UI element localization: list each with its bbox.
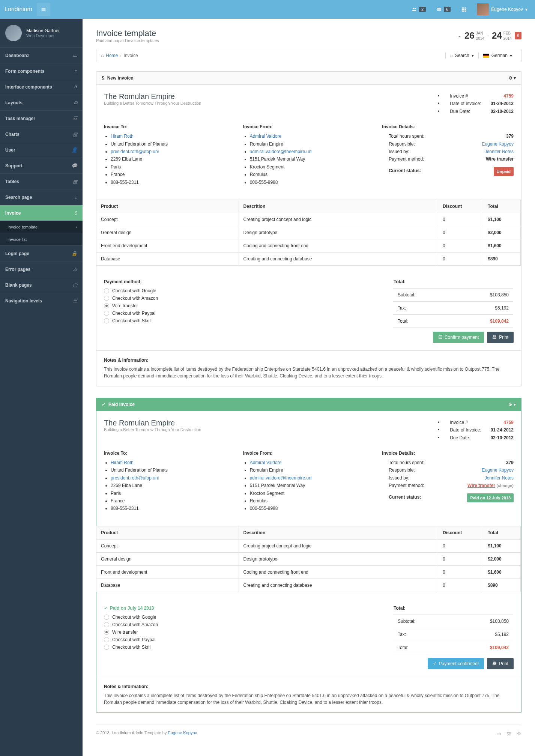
bc-home[interactable]: Home xyxy=(106,53,118,58)
check-icon: ☑ xyxy=(438,335,442,340)
payment-option[interactable]: Checkout with Skrill xyxy=(104,318,158,323)
gear-icon[interactable]: ⚙ ▾ xyxy=(508,75,516,81)
grid-icon xyxy=(461,7,466,12)
screen-icon[interactable]: ▭ xyxy=(496,730,501,736)
nav-support[interactable]: Support💬 xyxy=(0,158,83,173)
home-icon: ⌂ xyxy=(101,53,104,58)
subnav-list[interactable]: Invoice list xyxy=(0,233,83,245)
confirmed-button[interactable]: ✓Payment confirmed! xyxy=(428,658,484,669)
to-email[interactable]: president.roth@ufop.uni xyxy=(111,149,159,154)
table-icon: ▦ xyxy=(73,179,77,184)
search-icon: ⌕ xyxy=(450,53,453,58)
nav-blank[interactable]: Blank pages▢ xyxy=(0,277,83,293)
svg-rect-7 xyxy=(465,9,466,10)
to-name[interactable]: Hiram Roth xyxy=(111,134,134,139)
payment-option[interactable]: Checkout with Paypal xyxy=(104,637,158,642)
table-row: DatabaseCreating and connecting database… xyxy=(96,579,521,592)
svg-rect-3 xyxy=(463,8,464,9)
balance-icon[interactable]: ⚖ xyxy=(506,730,511,736)
nav-forms[interactable]: Form components≡ xyxy=(0,63,83,79)
payment-option[interactable]: Checkout with Google xyxy=(104,288,158,293)
invoice-meta: Invoice #4759 Date of Invoice:01-24-2012… xyxy=(431,92,514,115)
svg-rect-9 xyxy=(463,11,464,12)
payment-option[interactable]: Checkout with Paypal xyxy=(104,311,158,316)
sidebar-toggle[interactable] xyxy=(37,3,50,16)
topbar-apps[interactable] xyxy=(458,4,469,15)
svg-point-0 xyxy=(413,8,414,9)
avatar xyxy=(5,25,22,41)
nav-user[interactable]: User👤 xyxy=(0,142,83,158)
table-row: Front end developmentCoding and connecti… xyxy=(96,239,521,252)
nav-login[interactable]: Login page🔒 xyxy=(0,245,83,261)
tasks-icon: ☲ xyxy=(73,116,77,121)
topbar-user[interactable]: Eugene Kopyov▾ xyxy=(474,0,530,18)
bc-lang[interactable]: German▾ xyxy=(478,52,517,59)
content: Invoice templatePaid and unpaid invoice … xyxy=(83,19,535,756)
print-button[interactable]: 🖶Print xyxy=(487,332,514,343)
chat-icon: 💬 xyxy=(71,163,77,168)
table-row: ConceptCreating project concept and logi… xyxy=(96,213,521,226)
avatar xyxy=(477,3,489,15)
nav-levels[interactable]: Navigation levels☰ xyxy=(0,293,83,308)
topbar-users[interactable]: 2 xyxy=(409,4,429,15)
gear-icon[interactable]: ⚙ xyxy=(517,730,521,736)
nav-tables[interactable]: Tables▦ xyxy=(0,173,83,189)
list-icon xyxy=(436,7,442,12)
file-icon: ▢ xyxy=(73,282,77,288)
payment-option[interactable]: Checkout with Skrill xyxy=(104,645,158,650)
nav-invoice[interactable]: Invoice$ xyxy=(0,205,83,221)
payment-option[interactable]: Checkout with Google xyxy=(104,615,158,620)
users-icon xyxy=(412,7,417,12)
breadcrumb-bar: ⌂ Home/ Invoice ⌕Search▾ German▾ xyxy=(96,49,521,62)
confirm-button[interactable]: ☑Confirm payment xyxy=(433,332,484,343)
chevron-down-icon: ▾ xyxy=(525,7,527,12)
table-row: Front end developmentCoding and connecti… xyxy=(96,565,521,579)
subnav-template[interactable]: Invoice template› xyxy=(0,221,83,233)
panel-paid: ✓Paid invoice ⚙ ▾ The Romulan EmpireBuil… xyxy=(96,398,521,713)
print-button[interactable]: 🖶Print xyxy=(487,658,514,669)
sidebar: Madison GartnerWeb Developer Dashboard▭ … xyxy=(0,19,83,756)
panel-unpaid: $New invoice ⚙ ▾ The Romulan EmpireBuild… xyxy=(96,71,521,386)
footer: © 2013. Londinium Admin Template by Euge… xyxy=(96,724,521,736)
payment-option[interactable]: Wire transfer xyxy=(104,630,158,635)
bc-current: Invoice xyxy=(124,53,138,58)
user-icon: 👤 xyxy=(71,147,77,153)
page-title: Invoice template xyxy=(96,29,159,38)
svg-rect-6 xyxy=(463,9,464,10)
brand[interactable]: Londinium xyxy=(5,6,32,13)
payment-option[interactable]: Checkout with Amazon xyxy=(104,622,158,627)
gear-icon[interactable]: ⚙ ▾ xyxy=(508,402,516,407)
nav-search[interactable]: Search page⌕ xyxy=(0,189,83,205)
topbar: Londinium 2 6 Eugene Kopyov▾ xyxy=(0,0,535,19)
from-email[interactable]: admiral.valdore@theempire.uni xyxy=(250,149,313,154)
list-icon: ≡ xyxy=(74,68,77,74)
table-row: DatabaseCreating and connecting database… xyxy=(96,252,521,265)
check-icon: ✓ xyxy=(104,606,108,611)
print-icon: 🖶 xyxy=(492,661,497,666)
sidebar-user[interactable]: Madison GartnerWeb Developer xyxy=(0,19,83,47)
nav-dashboard[interactable]: Dashboard▭ xyxy=(0,47,83,63)
table-row: ConceptCreating project concept and logi… xyxy=(96,539,521,552)
svg-rect-8 xyxy=(462,11,463,12)
nav-tasks[interactable]: Task manager☲ xyxy=(0,110,83,126)
nav-error[interactable]: Error pages⚠ xyxy=(0,261,83,277)
svg-rect-10 xyxy=(465,11,466,12)
nav-layouts[interactable]: Layouts⧉ xyxy=(0,95,83,110)
bc-search[interactable]: ⌕Search▾ xyxy=(445,52,478,59)
nav-interface[interactable]: Interface components⠿ xyxy=(0,79,83,95)
chart-icon: ▥ xyxy=(73,131,77,137)
date-range[interactable]: ⌄ 26JAN2014 - 24FEB2014 9 xyxy=(458,29,521,43)
topbar-tasks[interactable]: 6 xyxy=(433,4,454,15)
payment-option[interactable]: Wire transfer xyxy=(104,303,158,308)
company: The Romulan Empire xyxy=(104,92,201,101)
svg-rect-2 xyxy=(462,8,463,9)
svg-rect-4 xyxy=(465,8,466,9)
nav-charts[interactable]: Charts▥ xyxy=(0,126,83,142)
grid-icon: ⠿ xyxy=(74,84,77,90)
payment-option[interactable]: Checkout with Amazon xyxy=(104,296,158,301)
search-icon: ⌕ xyxy=(74,194,77,200)
table-row: General designDesign prototype0$2,000 xyxy=(96,226,521,239)
items-table: ProductDescritionDiscountTotal ConceptCr… xyxy=(96,200,521,266)
check-icon: ✓ xyxy=(433,661,437,666)
from-name[interactable]: Admiral Valdore xyxy=(250,134,281,139)
